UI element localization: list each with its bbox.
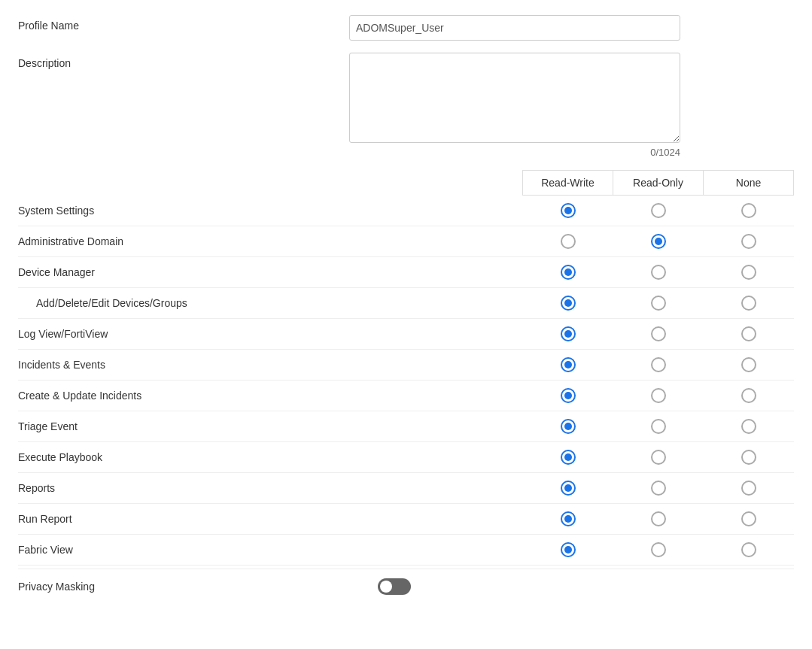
- radio-cell-read-only: [613, 504, 704, 535]
- description-control: 0/1024: [349, 53, 794, 158]
- radio-read-write[interactable]: [561, 296, 576, 311]
- privacy-toggle-cell: [349, 578, 439, 595]
- radio-cell-read-only: [613, 226, 704, 257]
- radio-cell-read-write: [523, 504, 613, 535]
- radio-cell-read-only: [613, 350, 704, 381]
- radio-cell-read-only: [613, 257, 704, 288]
- permission-label: Run Report: [18, 504, 523, 535]
- radio-read-only[interactable]: [651, 511, 666, 526]
- radio-cell-read-write: [523, 226, 613, 257]
- radio-read-write[interactable]: [561, 203, 576, 218]
- radio-none[interactable]: [741, 234, 756, 249]
- radio-read-only[interactable]: [651, 481, 666, 496]
- permission-label: Add/Delete/Edit Devices/Groups: [18, 288, 523, 319]
- radio-none[interactable]: [741, 511, 756, 526]
- permission-label: Incidents & Events: [18, 350, 523, 381]
- col-read-only: Read-Only: [613, 171, 704, 196]
- table-row: Incidents & Events: [18, 350, 794, 381]
- table-row: System Settings: [18, 196, 794, 226]
- radio-none[interactable]: [741, 419, 756, 434]
- profile-form: Profile Name Description 0/1024 Read-Wri…: [18, 15, 794, 604]
- permission-label: Administrative Domain: [18, 226, 523, 257]
- table-row: Device Manager: [18, 257, 794, 288]
- radio-cell-read-write: [523, 473, 613, 504]
- radio-cell-none: [704, 442, 794, 473]
- permissions-header-row: Read-Write Read-Only None: [18, 171, 794, 196]
- permission-label: Create & Update Incidents: [18, 381, 523, 411]
- table-row: Create & Update Incidents: [18, 381, 794, 411]
- table-row: Fabric View: [18, 535, 794, 566]
- radio-cell-none: [704, 226, 794, 257]
- radio-read-write[interactable]: [561, 357, 576, 372]
- table-row: Run Report: [18, 504, 794, 535]
- radio-cell-none: [704, 350, 794, 381]
- radio-none[interactable]: [741, 357, 756, 372]
- radio-cell-read-write: [523, 350, 613, 381]
- radio-read-write[interactable]: [561, 326, 576, 341]
- table-row: Triage Event: [18, 411, 794, 442]
- radio-read-write[interactable]: [561, 265, 576, 280]
- radio-read-only[interactable]: [651, 203, 666, 218]
- radio-cell-none: [704, 319, 794, 350]
- table-row: Reports: [18, 473, 794, 504]
- radio-cell-read-write: [523, 381, 613, 411]
- radio-read-write[interactable]: [561, 388, 576, 403]
- description-textarea[interactable]: [349, 53, 680, 143]
- permission-label: Fabric View: [18, 535, 523, 566]
- radio-cell-read-only: [613, 411, 704, 442]
- profile-name-label: Profile Name: [18, 15, 349, 32]
- radio-read-only[interactable]: [651, 357, 666, 372]
- radio-read-only[interactable]: [651, 296, 666, 311]
- radio-none[interactable]: [741, 326, 756, 341]
- radio-cell-read-only: [613, 381, 704, 411]
- radio-cell-read-write: [523, 196, 613, 226]
- profile-name-control: [349, 15, 794, 41]
- radio-read-write[interactable]: [561, 234, 576, 249]
- radio-cell-none: [704, 473, 794, 504]
- radio-read-only[interactable]: [651, 388, 666, 403]
- toggle-slider: [378, 578, 411, 595]
- radio-cell-read-write: [523, 535, 613, 566]
- privacy-masking-toggle[interactable]: [378, 578, 411, 595]
- permissions-label-col: [18, 171, 523, 196]
- radio-read-write[interactable]: [561, 450, 576, 465]
- radio-none[interactable]: [741, 265, 756, 280]
- radio-none[interactable]: [741, 388, 756, 403]
- radio-none[interactable]: [741, 450, 756, 465]
- radio-read-write[interactable]: [561, 419, 576, 434]
- permission-label: Reports: [18, 473, 523, 504]
- description-label: Description: [18, 53, 349, 69]
- radio-read-only[interactable]: [651, 450, 666, 465]
- radio-cell-read-write: [523, 288, 613, 319]
- char-count: 0/1024: [349, 147, 680, 158]
- radio-cell-read-only: [613, 473, 704, 504]
- radio-none[interactable]: [741, 296, 756, 311]
- table-row: Log View/FortiView: [18, 319, 794, 350]
- col-none: None: [704, 171, 794, 196]
- profile-name-input[interactable]: [349, 15, 680, 41]
- description-row: Description 0/1024: [18, 53, 794, 158]
- radio-cell-read-write: [523, 442, 613, 473]
- radio-none[interactable]: [741, 481, 756, 496]
- radio-read-write[interactable]: [561, 511, 576, 526]
- radio-none[interactable]: [741, 203, 756, 218]
- radio-read-only[interactable]: [651, 419, 666, 434]
- radio-none[interactable]: [741, 542, 756, 557]
- radio-read-only[interactable]: [651, 265, 666, 280]
- table-row: Execute Playbook: [18, 442, 794, 473]
- radio-read-write[interactable]: [561, 542, 576, 557]
- radio-cell-none: [704, 504, 794, 535]
- radio-cell-read-write: [523, 411, 613, 442]
- radio-cell-none: [704, 288, 794, 319]
- table-row: Add/Delete/Edit Devices/Groups: [18, 288, 794, 319]
- permissions-table: Read-Write Read-Only None System Setting…: [18, 170, 794, 566]
- radio-read-write[interactable]: [561, 481, 576, 496]
- radio-cell-read-only: [613, 288, 704, 319]
- radio-read-only[interactable]: [651, 234, 666, 249]
- radio-cell-none: [704, 257, 794, 288]
- permission-label: Execute Playbook: [18, 442, 523, 473]
- radio-read-only[interactable]: [651, 326, 666, 341]
- radio-cell-none: [704, 535, 794, 566]
- radio-read-only[interactable]: [651, 542, 666, 557]
- radio-cell-read-only: [613, 319, 704, 350]
